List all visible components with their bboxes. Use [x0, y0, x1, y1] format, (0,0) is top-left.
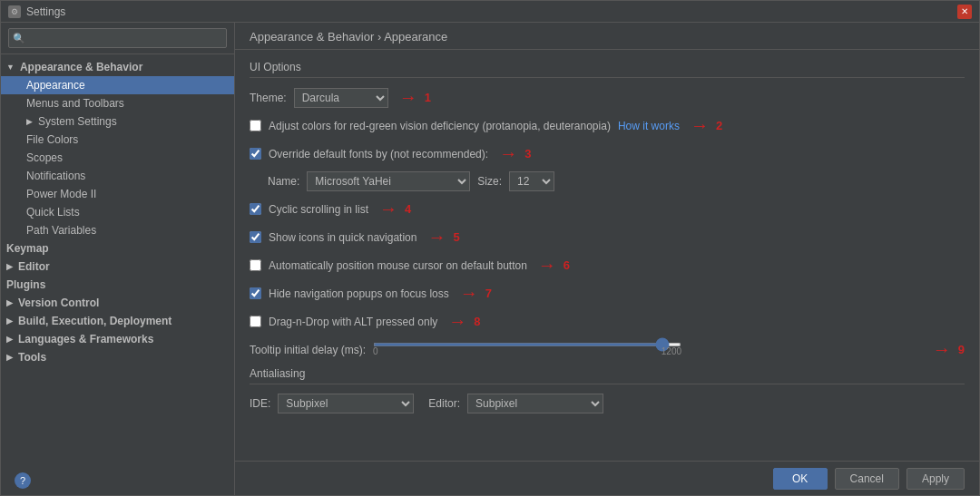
checkbox-drag[interactable]: [250, 316, 261, 327]
sidebar-item-scopes[interactable]: Scopes: [1, 149, 234, 167]
arrow-icon-6: →: [538, 255, 556, 276]
sidebar-item-label: Tools: [18, 351, 46, 364]
sidebar-tree: ▼ Appearance & Behavior Appearance Menus…: [1, 54, 234, 495]
theme-label: Theme:: [250, 92, 287, 104]
sidebar-item-notifications[interactable]: Notifications: [1, 167, 234, 185]
sidebar-item-label: Editor: [18, 260, 50, 273]
annotation-2: 2: [716, 119, 722, 132]
sidebar-item-label: Quick Lists: [26, 206, 80, 219]
font-name-select[interactable]: Microsoft YaHei: [307, 171, 470, 191]
ok-button[interactable]: OK: [773, 468, 828, 490]
expand-icon: ▶: [6, 298, 13, 307]
expand-icon: ▶: [6, 316, 13, 326]
title-bar: ⚙ Settings ✕: [1, 1, 979, 23]
checkbox-mouse[interactable]: [250, 259, 261, 271]
editor-select[interactable]: Subpixel Greyscale No antialiasing: [467, 394, 603, 413]
checkbox-icons[interactable]: [250, 231, 261, 243]
sidebar-item-appearance-behavior[interactable]: ▼ Appearance & Behavior: [1, 58, 234, 76]
search-icon: 🔍: [13, 33, 25, 44]
sidebar-item-editor[interactable]: ▶ Editor: [1, 258, 234, 276]
sidebar-item-label: Plugins: [6, 278, 45, 291]
window-icon: ⚙: [8, 5, 21, 18]
sidebar-item-label: Appearance & Behavior: [20, 61, 142, 73]
antialiasing-row: IDE: Subpixel Greyscale No antialiasing …: [250, 394, 965, 413]
sidebar-item-label: Version Control: [18, 297, 99, 309]
main-panel: Appearance & Behavior › Appearance UI Op…: [235, 23, 979, 495]
slider-wrap: 0 1200: [373, 343, 922, 356]
editor-label: Editor:: [428, 397, 460, 410]
settings-window: ⚙ Settings ✕ 🔍 ▼ Appearance & Behavior A: [0, 0, 980, 496]
icons-row: Show icons in quick navigation → 5: [250, 227, 965, 248]
ide-label: IDE:: [250, 397, 270, 410]
antialiasing-section: Antialiasing IDE: Subpixel Greyscale No …: [250, 367, 965, 413]
apply-button[interactable]: Apply: [906, 468, 965, 490]
slider-min: 0: [373, 346, 378, 356]
content-area: 🔍 ▼ Appearance & Behavior Appearance Men…: [1, 23, 979, 495]
hide-nav-row: Hide navigation popups on focus loss → 7: [250, 283, 965, 304]
sidebar-item-label: Notifications: [26, 170, 85, 182]
theme-row: Theme: Darcula Default High Contrast Int…: [250, 87, 965, 108]
annotation-7: 7: [485, 287, 492, 300]
checkbox-override-fonts[interactable]: [250, 148, 261, 160]
settings-content: UI Options Theme: Darcula Default High C…: [235, 50, 979, 461]
sidebar-item-label: Power Mode II: [26, 188, 96, 200]
sidebar: 🔍 ▼ Appearance & Behavior Appearance Men…: [1, 23, 235, 495]
sidebar-item-appearance[interactable]: Appearance: [1, 76, 234, 94]
sidebar-item-file-colors[interactable]: File Colors: [1, 131, 234, 149]
mouse-row: Automatically position mouse cursor on d…: [250, 255, 965, 276]
arrow-icon-2: →: [691, 115, 709, 136]
expand-icon: ▶: [6, 353, 13, 362]
sidebar-item-label: System Settings: [38, 115, 117, 128]
sidebar-item-power-mode[interactable]: Power Mode II: [1, 185, 234, 203]
ui-options-label: UI Options: [250, 61, 965, 78]
breadcrumb: Appearance & Behavior › Appearance: [235, 23, 979, 50]
annotation-4: 4: [405, 202, 411, 216]
sidebar-item-tools[interactable]: ▶ Tools: [1, 348, 234, 366]
arrow-icon-1: →: [399, 87, 417, 108]
tooltip-row: Tooltip initial delay (ms): 0 1200 → 9: [250, 339, 965, 360]
sidebar-item-menus-toolbars[interactable]: Menus and Toolbars: [1, 94, 234, 112]
sidebar-item-label: Path Variables: [26, 224, 96, 237]
cancel-button[interactable]: Cancel: [835, 468, 899, 490]
font-size-select[interactable]: 12 10 11 13 14: [509, 171, 554, 191]
checkbox-icons-label: Show icons in quick navigation: [269, 231, 416, 244]
ide-select[interactable]: Subpixel Greyscale No antialiasing: [278, 394, 414, 413]
sidebar-item-keymap[interactable]: Keymap: [1, 239, 234, 258]
antialiasing-label: Antialiasing: [250, 367, 965, 384]
checkbox-red-green[interactable]: [250, 120, 261, 131]
sidebar-item-quick-lists[interactable]: Quick Lists: [1, 203, 234, 221]
sidebar-item-label: Build, Execution, Deployment: [18, 315, 172, 327]
checkbox-cyclic[interactable]: [250, 203, 261, 215]
annotation-9: 9: [958, 343, 965, 356]
search-input[interactable]: [8, 28, 227, 48]
sidebar-item-version-control[interactable]: ▶ Version Control: [1, 294, 234, 312]
bottom-bar: ? OK Cancel Apply: [235, 461, 979, 495]
checkbox-cyclic-label: Cyclic scrolling in list: [269, 203, 368, 216]
sidebar-item-label: Languages & Frameworks: [18, 333, 153, 345]
close-button[interactable]: ✕: [957, 5, 972, 19]
sidebar-item-build[interactable]: ▶ Build, Execution, Deployment: [1, 312, 234, 330]
sidebar-item-languages[interactable]: ▶ Languages & Frameworks: [1, 330, 234, 348]
arrow-icon-5: →: [427, 227, 446, 248]
override-fonts-row: Override default fonts by (not recommend…: [250, 143, 965, 164]
name-label: Name:: [268, 175, 299, 188]
sidebar-item-path-variables[interactable]: Path Variables: [1, 221, 234, 239]
sidebar-item-label: Menus and Toolbars: [26, 97, 124, 110]
annotation-8: 8: [474, 315, 480, 328]
arrow-icon-9: →: [933, 339, 951, 360]
drag-row: Drag-n-Drop with ALT pressed only → 8: [250, 311, 965, 332]
arrow-icon-4: →: [379, 199, 397, 219]
checkbox-hide-nav[interactable]: [250, 287, 261, 299]
checkbox-hide-nav-label: Hide navigation popups on focus loss: [269, 287, 449, 300]
expand-icon: ▶: [6, 335, 13, 344]
how-it-works-link[interactable]: How it works: [618, 120, 680, 132]
annotation-6: 6: [564, 258, 570, 272]
search-box: 🔍: [1, 23, 234, 54]
theme-select[interactable]: Darcula Default High Contrast IntelliJ: [294, 88, 388, 108]
sidebar-item-plugins[interactable]: Plugins: [1, 276, 234, 294]
window-title: Settings: [26, 5, 65, 18]
sidebar-item-system-settings[interactable]: ▶ System Settings: [1, 112, 234, 131]
checkbox-red-green-label: Adjust colors for red-green vision defic…: [269, 120, 611, 132]
sidebar-item-label: File Colors: [26, 133, 78, 146]
arrow-icon-8: →: [448, 311, 466, 332]
